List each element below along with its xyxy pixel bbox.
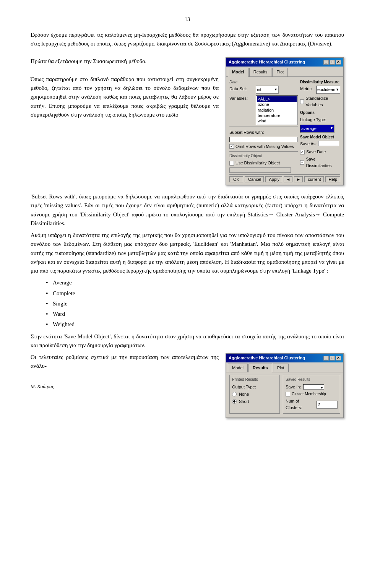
var-wind[interactable]: wind <box>257 118 297 123</box>
apply-button[interactable]: Apply <box>265 176 282 182</box>
saved-results-title: Saved Results <box>286 377 338 383</box>
subset-input[interactable] <box>229 137 298 142</box>
help-button[interactable]: Help <box>325 176 340 182</box>
dialog-1-titlebar: Agglomerative Hierarchical Clustering _ … <box>226 58 343 67</box>
bullet-item-4: Ward <box>46 310 344 318</box>
save-as-input[interactable] <box>318 141 339 146</box>
subset-label: Subset Rows with: <box>229 129 298 136</box>
dialog2-tab-results[interactable]: Results <box>248 364 272 372</box>
dialog-close-btn[interactable]: ✕ <box>336 60 341 65</box>
cancel-button[interactable]: Cancel <box>245 176 264 182</box>
standardize-row: Standardize Variables <box>300 95 340 108</box>
paragraph-7-start: Οι τελευταίες ρυθμίσεις σχετικά με την π… <box>31 353 219 371</box>
metric-label: Metric: <box>300 86 315 92</box>
dialog-2-body: Printed Results Output Type: None Short <box>226 372 343 417</box>
paragraph-5: Ακόμη υπάρχει η δυνατότητα της επιλογής … <box>31 231 344 275</box>
output-type-label: Output Type: <box>232 384 256 390</box>
page-number: 13 <box>31 15 344 24</box>
save-in-arrow: ▼ <box>320 385 323 391</box>
var-all[interactable]: <ALL> <box>257 96 297 102</box>
dialog-1-title: Agglomerative Hierarchical Clustering <box>229 59 305 65</box>
save-in-label: Save In: <box>286 384 301 390</box>
paragraph-1: Εφόσον έχουμε περιγράψει τις καλούμενες … <box>31 31 344 49</box>
bullet-item-5: Weighted <box>46 320 344 329</box>
linkage-value: average <box>301 125 317 132</box>
dialog-minimize-btn[interactable]: _ <box>323 60 329 65</box>
dialog-maximize-btn[interactable]: □ <box>330 60 335 65</box>
dataset-label: Data Set: <box>229 86 254 92</box>
metric-combobox[interactable]: euclidean ▼ <box>316 86 340 94</box>
omit-missing-label: Omit Rows with Missing Values <box>235 143 294 150</box>
num-clusters-input[interactable]: 2 <box>317 401 338 409</box>
var-temperature[interactable]: temperature <box>257 113 297 118</box>
none-label: None <box>239 391 249 398</box>
dialog-2-titlebar: Agglomerative Hierarchical Clustering _ … <box>226 354 343 362</box>
dialog2-tab-model[interactable]: Model <box>228 364 248 372</box>
dataset-arrow: ▼ <box>274 87 278 93</box>
variables-label: Variables: <box>229 95 254 102</box>
options-label: Options <box>300 110 340 116</box>
save-in-input[interactable]: ▼ <box>303 384 324 390</box>
cluster-membership-checkbox[interactable] <box>286 392 290 396</box>
dialog2-minimize-btn[interactable]: _ <box>323 356 329 361</box>
dataset-value: nit <box>257 86 261 93</box>
next-button[interactable]: ► <box>294 176 303 182</box>
data-section-label: Data <box>229 79 298 85</box>
cluster-membership-row: Cluster Membership <box>286 391 338 397</box>
var-ozone[interactable]: ozone <box>257 102 297 107</box>
save-date-row: Save Date <box>300 149 340 155</box>
dialog2-close-btn[interactable]: ✕ <box>336 356 341 361</box>
dataset-combobox[interactable]: nit ▼ <box>256 86 279 94</box>
linkage-label: Linkage Type: <box>300 117 326 123</box>
dialog-2-title: Agglomerative Hierarchical Clustering <box>229 355 305 361</box>
subset-section-label <box>229 127 298 128</box>
current-button[interactable]: current <box>304 176 323 182</box>
bullet-list: Average Complete Single Ward Weighted <box>46 278 344 329</box>
paragraph-6: Στην ενότητα 'Save Model Object', δίνετα… <box>31 332 344 350</box>
dialog-1-tabs: Model Results Plot <box>226 67 343 76</box>
dialog-tab-model[interactable]: Model <box>228 68 248 76</box>
paragraph-3: Όπως παρατηρούμε στο διπλανό παράθυρο πο… <box>31 75 219 119</box>
save-date-label: Save Date <box>306 149 326 155</box>
short-radio[interactable] <box>232 399 237 404</box>
use-dissimilarity-row: Use Dissimilarity Object <box>229 160 298 166</box>
dialog-2: Agglomerative Hierarchical Clustering _ … <box>226 353 344 418</box>
use-dissimilarity-label: Use Dissimilarity Object <box>235 160 280 166</box>
save-date-checkbox[interactable] <box>300 150 305 154</box>
save-dissimilarities-label: Save Dissimilarities <box>306 156 340 169</box>
bullet-item-1: Average <box>46 278 344 287</box>
dialog2-maximize-btn[interactable]: □ <box>330 356 335 361</box>
var-radiation[interactable]: radiation <box>257 107 297 113</box>
metric-value: euclidean <box>317 86 335 93</box>
dialog-tab-plot[interactable]: Plot <box>272 68 288 76</box>
paragraph-4: 'Subset Rows with', όπως μπορούμε να δηλ… <box>31 192 344 228</box>
omit-missing-checkbox[interactable] <box>229 144 234 149</box>
save-object-input[interactable] <box>229 167 291 173</box>
dialog-1-body: Data Data Set: nit ▼ Variables: <box>226 77 343 185</box>
printed-results-title: Printed Results <box>232 377 277 383</box>
use-dissimilarity-checkbox[interactable] <box>229 161 234 166</box>
bullet-item-3: Single <box>46 299 344 308</box>
save-dissimilarities-row: Save Dissimilarities <box>300 156 340 169</box>
author-label: Μ. Κούτρας <box>31 383 219 390</box>
ok-button[interactable]: OK <box>229 176 243 182</box>
standardize-checkbox[interactable] <box>300 99 304 104</box>
dissimilarity-measure-label: Dissimilarity Measure <box>300 79 340 85</box>
dissimilarity-section-label: Dissimilarity Object <box>229 151 298 159</box>
standardize-label: Standardize Variables <box>305 95 340 108</box>
short-label: Short <box>239 398 249 405</box>
none-radio[interactable] <box>232 392 237 396</box>
metric-arrow: ▼ <box>336 87 339 93</box>
dialog-tab-results[interactable]: Results <box>249 68 272 76</box>
linkage-combobox[interactable]: average ▼ <box>300 125 335 133</box>
save-model-label: Save Model Object <box>300 134 340 140</box>
dialog-1: Agglomerative Hierarchical Clustering _ … <box>226 57 344 185</box>
linkage-arrow: ▼ <box>330 126 333 131</box>
prev-button[interactable]: ◄ <box>284 176 292 182</box>
dialog2-tab-plot[interactable]: Plot <box>273 364 289 372</box>
paragraph-2: Πρώτα θα εξετάσουμε την Συσσωρευτική μέθ… <box>31 57 219 66</box>
omit-missing-row: Omit Rows with Missing Values <box>229 143 298 150</box>
saved-results-section: Saved Results Save In: ▼ Cluster Members… <box>283 375 340 414</box>
save-dissimilarities-checkbox[interactable] <box>300 160 304 165</box>
variables-listbox[interactable]: <ALL> ozone radiation temperature wind <box>256 95 298 125</box>
